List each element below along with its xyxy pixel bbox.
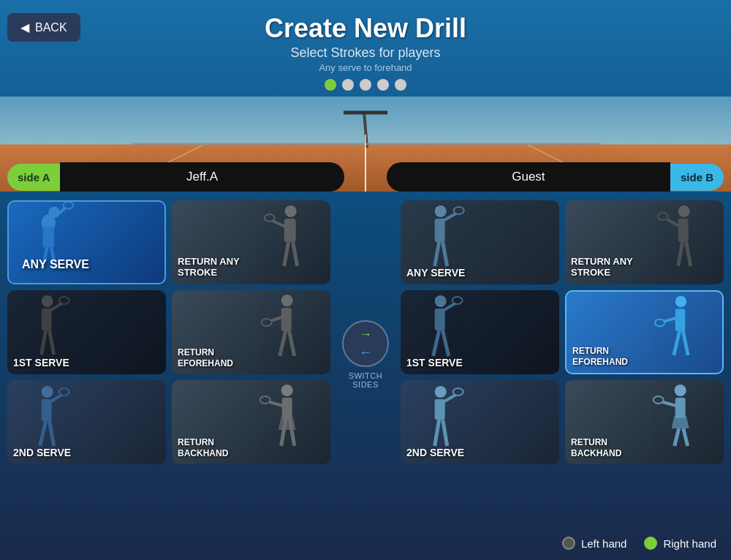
dot-3 — [360, 79, 371, 91]
svg-point-65 — [675, 296, 686, 307]
svg-line-80 — [674, 428, 678, 446]
2nd-serve-b-card[interactable]: 2ND SERVE — [401, 380, 559, 464]
return-any-stroke-a-label: RETURN ANY STROKE — [178, 256, 265, 279]
return-backhand-b-card[interactable]: RETURN BACKHAND — [565, 380, 724, 464]
1st-serve-b-card[interactable]: 1ST SERVE — [401, 290, 559, 374]
2nd-serve-a-label: 2ND SERVE — [13, 447, 71, 458]
svg-point-47 — [435, 205, 447, 217]
left-hand-label: Left hand — [581, 537, 627, 550]
svg-line-19 — [292, 242, 297, 266]
court-area: side A Jeff.A Guest side B — [0, 97, 731, 192]
svg-point-58 — [657, 213, 667, 220]
svg-rect-41 — [281, 398, 292, 420]
dot-5 — [395, 79, 406, 91]
svg-point-28 — [281, 295, 292, 306]
side-b-label: side B — [670, 164, 724, 191]
court-image: side A Jeff.A Guest side B — [0, 97, 731, 192]
right-hand-option[interactable]: Right hand — [644, 537, 716, 550]
1st-serve-a-label: 1ST SERVE — [13, 357, 69, 368]
2nd-serve-a-card[interactable]: 2ND SERVE — [7, 380, 166, 464]
return-forehand-b-label: RETURN EFOREHAND — [572, 346, 658, 367]
svg-point-64 — [452, 297, 463, 304]
svg-point-21 — [264, 214, 274, 222]
svg-line-55 — [678, 242, 682, 266]
svg-rect-13 — [43, 227, 54, 248]
right-hand-dot — [644, 537, 657, 550]
left-hand-dot — [562, 537, 575, 550]
svg-line-81 — [683, 428, 687, 446]
svg-point-27 — [59, 297, 69, 304]
svg-point-12 — [64, 202, 74, 209]
svg-line-50 — [443, 242, 447, 266]
any-serve-b-card[interactable]: ANY SERVE — [401, 200, 559, 284]
progress-dots — [0, 79, 731, 91]
page-title: Create New Drill — [0, 13, 731, 44]
svg-line-25 — [50, 330, 54, 355]
svg-line-37 — [50, 421, 54, 446]
2nd-serve-b-label: 2ND SERVE — [406, 447, 464, 458]
arrow-left-icon: ← — [359, 345, 372, 360]
side-a-grid: ANY SERVE RETURN ANY STROKE — [7, 200, 330, 464]
page-subtitle: Select Strokes for players — [0, 45, 731, 61]
svg-rect-66 — [675, 309, 686, 331]
left-hand-option[interactable]: Left hand — [562, 537, 627, 550]
dot-2 — [342, 79, 354, 91]
footer: Left hand Right hand — [562, 537, 716, 550]
return-forehand-a-card[interactable]: RETURN EFOREHAND — [172, 290, 330, 374]
player-b-name: Guest — [387, 162, 670, 192]
svg-line-49 — [435, 242, 439, 266]
any-serve-a-card[interactable]: ANY SERVE — [7, 200, 166, 284]
svg-point-53 — [678, 205, 689, 217]
svg-point-71 — [435, 386, 447, 398]
return-backhand-a-card[interactable]: RETURN BACKHAND — [172, 380, 330, 464]
svg-line-31 — [289, 331, 294, 356]
any-serve-a-label: ANY SERVE — [15, 251, 108, 277]
return-backhand-a-label: RETURN BACKHAND — [178, 437, 265, 458]
side-a-label: side A — [7, 164, 60, 191]
svg-point-33 — [261, 319, 271, 326]
page-header: Create New Drill Select Strokes for play… — [0, 0, 731, 97]
dot-4 — [377, 79, 389, 91]
player-bars: side A Jeff.A Guest side B — [0, 162, 731, 192]
main-content: ANY SERVE RETURN ANY STROKE — [0, 192, 731, 464]
svg-point-34 — [42, 386, 53, 398]
svg-line-68 — [683, 331, 688, 355]
return-any-stroke-a-card[interactable]: RETURN ANY STROKE — [172, 200, 330, 284]
return-forehand-b-card[interactable]: RETURN EFOREHAND — [565, 290, 724, 374]
side-b-grid: ANY SERVE RETURN ANY STROKE — [401, 200, 724, 464]
svg-rect-54 — [678, 219, 688, 242]
svg-point-77 — [674, 385, 686, 396]
svg-line-62 — [443, 330, 449, 356]
return-any-stroke-b-label: RETURN ANY STROKE — [571, 256, 658, 279]
svg-point-39 — [59, 388, 69, 396]
page-hint: Any serve to forehand — [0, 62, 731, 73]
svg-line-61 — [433, 330, 439, 356]
player-a-name: Jeff.A — [60, 162, 344, 192]
svg-marker-79 — [671, 415, 689, 428]
1st-serve-b-label: 1ST SERVE — [406, 357, 463, 368]
svg-point-16 — [284, 205, 296, 217]
return-backhand-b-label: RETURN BACKHAND — [571, 437, 658, 458]
svg-point-40 — [281, 385, 292, 396]
svg-point-59 — [435, 295, 447, 307]
svg-rect-17 — [284, 219, 295, 242]
svg-point-46 — [260, 396, 270, 404]
svg-line-73 — [435, 420, 439, 446]
svg-point-70 — [655, 319, 665, 327]
return-any-stroke-b-card[interactable]: RETURN ANY STROKE — [565, 200, 724, 284]
switch-sides-button[interactable]: → ← — [342, 320, 389, 367]
switch-sides-area: → ← SWITCH SIDES — [336, 200, 395, 464]
svg-line-30 — [279, 331, 285, 356]
svg-line-74 — [443, 420, 447, 446]
svg-line-24 — [42, 330, 46, 355]
1st-serve-a-card[interactable]: 1ST SERVE — [7, 290, 166, 374]
dot-1 — [325, 79, 336, 91]
return-forehand-a-label: RETURN EFOREHAND — [178, 347, 265, 368]
svg-line-67 — [674, 331, 680, 355]
svg-point-83 — [653, 396, 663, 404]
arrow-right-icon: → — [359, 327, 372, 342]
svg-line-18 — [284, 242, 288, 266]
switch-sides-label: SWITCH SIDES — [336, 371, 395, 389]
svg-point-22 — [42, 295, 53, 307]
svg-marker-44 — [278, 417, 295, 430]
